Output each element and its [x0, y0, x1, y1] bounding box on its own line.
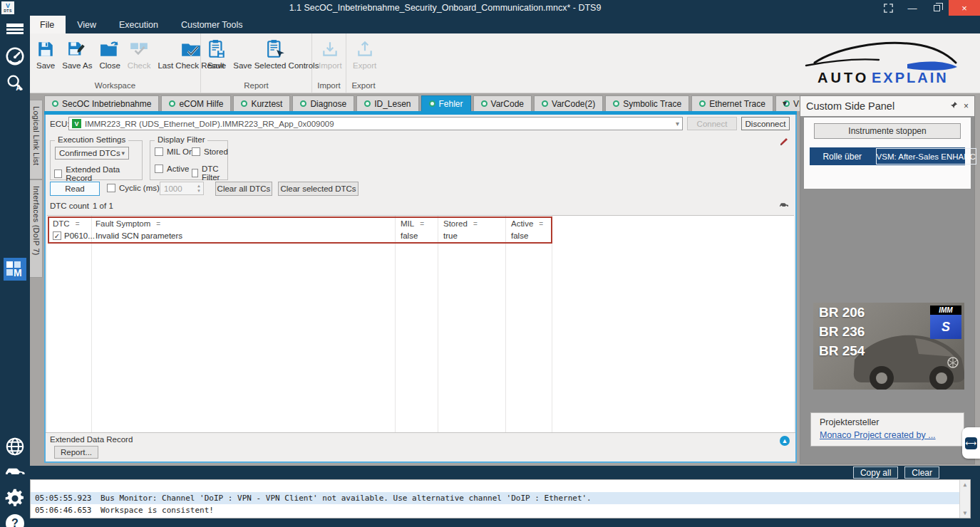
- menu-customer-tools[interactable]: Customer Tools: [170, 16, 254, 33]
- checkbox-label: Active: [167, 165, 189, 173]
- project-creator-box: Projektersteller Monaco Project created …: [810, 412, 964, 447]
- menu-view[interactable]: View: [66, 16, 108, 33]
- ecu-dropdown[interactable]: V IMMR223_RR (UDS_Ethernet_DoIP).IMMR223…: [68, 117, 683, 130]
- disconnect-button[interactable]: Disconnect: [741, 117, 790, 130]
- hamburger-menu-icon[interactable]: [0, 21, 30, 27]
- vertical-tab-logical-link-list[interactable]: Logical Link List: [30, 100, 43, 179]
- read-button[interactable]: Read: [50, 182, 100, 196]
- log-toolbar: Copy all Clear: [30, 466, 980, 479]
- vertical-tab-interfaces-doip[interactable]: Interfaces (DoIP 7): [30, 179, 43, 278]
- bottom-strip: [0, 518, 980, 527]
- tab-label: VarCode(2): [552, 99, 595, 109]
- menu-execution[interactable]: Execution: [108, 16, 170, 33]
- minimize-button[interactable]: —: [900, 0, 924, 16]
- status-dot-icon: [169, 100, 175, 107]
- tab-varcode[interactable]: VarCode: [473, 95, 532, 111]
- table-column-divider: [552, 216, 552, 433]
- tab-label: eCOM Hilfe: [179, 99, 223, 109]
- tab-secoc-inbetriebnahme[interactable]: SecOC Inbetriebnahme: [44, 95, 159, 111]
- tab-label: VarCode: [491, 99, 524, 109]
- tab-label: Symbolic Trace: [623, 99, 681, 109]
- mercedes-app-tile-icon[interactable]: M: [0, 258, 30, 281]
- car-icon[interactable]: [0, 463, 30, 479]
- table-column-divider: [505, 216, 506, 433]
- role-value-button[interactable]: VSM: After-Sales ENHANC: [876, 148, 976, 165]
- tab-ethernet-trace[interactable]: Ethernet Trace: [691, 95, 773, 111]
- pencil-icon[interactable]: [780, 137, 788, 148]
- fehler-panel: ECU: V IMMR223_RR (UDS_Ethernet_DoIP).IM…: [44, 115, 797, 463]
- settings-gear-icon[interactable]: [0, 487, 30, 510]
- extended-data-record-section: Extended Data Record Report... ▲: [46, 432, 795, 461]
- copy-all-button[interactable]: Copy all: [853, 466, 898, 479]
- status-dot-icon: [300, 100, 306, 107]
- side-panel-top-section: Instrumente stoppen Rolle über VSM: Afte…: [804, 118, 971, 189]
- cyclic-checkbox[interactable]: Cyclic (ms): [107, 184, 160, 192]
- group-title: Execution Settings: [55, 135, 128, 144]
- ribbon-group-label: Report: [204, 80, 309, 93]
- workspace-close-button[interactable]: Close: [96, 35, 123, 72]
- tab-symbolic-trace[interactable]: Symbolic Trace: [605, 95, 689, 111]
- tab-ecom-hilfe[interactable]: eCOM Hilfe: [161, 95, 231, 111]
- table-tools-icon[interactable]: [779, 200, 788, 210]
- role-label: Rolle über: [810, 147, 875, 165]
- active-checkbox[interactable]: Active: [155, 165, 189, 173]
- extended-data-record-checkbox[interactable]: Extended Data Record: [54, 165, 142, 182]
- pin-icon[interactable]: [950, 101, 958, 111]
- clear-log-button[interactable]: Clear: [904, 466, 939, 479]
- scroll-down-icon[interactable]: ▼: [964, 510, 967, 516]
- tab-id-lesen[interactable]: ID_Lesen: [356, 95, 418, 111]
- close-button[interactable]: ×: [949, 0, 980, 16]
- dtc-filter-checkbox[interactable]: DTC Filter: [192, 165, 227, 182]
- remote-support-tab[interactable]: ⟷: [962, 427, 980, 459]
- status-dot-icon: [613, 100, 619, 107]
- report-button[interactable]: Report...: [54, 446, 98, 459]
- status-dot-icon: [364, 100, 371, 107]
- floppy-edit-icon: [67, 37, 87, 61]
- message-log: 05:05:55.923 Bus Monitor: Channel 'DoIP …: [30, 479, 971, 518]
- clear-selected-dtcs-button[interactable]: Clear selected DTCs: [278, 182, 359, 196]
- globe-icon[interactable]: [0, 436, 30, 457]
- dtc-type-dropdown[interactable]: Confirmed DTCs ▾: [55, 147, 129, 160]
- project-creator-link[interactable]: Monaco Project created by ...: [820, 430, 936, 440]
- close-panel-icon[interactable]: ×: [964, 101, 969, 111]
- mil-on-checkbox[interactable]: MIL On: [155, 147, 193, 156]
- report-save-selected-controls-button[interactable]: Save Selected Controls: [229, 35, 322, 72]
- scroll-up-icon[interactable]: ▲: [964, 481, 967, 488]
- checkbox-label: DTC Filter: [202, 165, 227, 182]
- log-scrollbar[interactable]: ▲ ▼: [959, 480, 970, 518]
- workspace-save-button[interactable]: Save: [33, 35, 58, 72]
- help-icon[interactable]: ?: [0, 514, 30, 527]
- tab-label: Fehler: [439, 99, 463, 109]
- clear-all-dtcs-button[interactable]: Clear all DTCs: [215, 182, 272, 196]
- checkbox-label: Stored: [204, 147, 228, 156]
- dashboard-gauge-icon[interactable]: [0, 46, 30, 67]
- fullscreen-button[interactable]: [876, 0, 900, 16]
- search-analyze-icon[interactable]: A: [0, 73, 30, 93]
- chevron-down-icon: ▾: [121, 150, 125, 157]
- side-panel-header: Custom Side Panel ×: [800, 96, 974, 116]
- menu-bar: File View Execution Customer Tools: [0, 16, 980, 33]
- status-dot-icon: [52, 100, 58, 107]
- instrumente-stoppen-button[interactable]: Instrumente stoppen: [814, 123, 961, 139]
- role-bar: Rolle über VSM: After-Sales ENHANC: [810, 147, 965, 165]
- tab-overflow-dropdown-icon[interactable]: ▾: [783, 98, 787, 108]
- svg-text:AUTO: AUTO: [817, 70, 869, 85]
- collapse-icon[interactable]: ▲: [780, 436, 790, 446]
- workspace-save-as-button[interactable]: Save As: [58, 35, 96, 72]
- ribbon-group-import: Import Import: [312, 33, 346, 93]
- stored-checkbox[interactable]: Stored: [192, 147, 228, 156]
- tab-label: Ethernet Trace: [709, 99, 765, 109]
- restore-button[interactable]: [924, 0, 949, 16]
- tab-kurztest[interactable]: Kurztest: [233, 95, 290, 111]
- tab-varcode2[interactable]: VarCode(2): [534, 95, 603, 111]
- double-check-icon: [129, 37, 149, 61]
- svg-text:A: A: [16, 83, 21, 92]
- log-entry[interactable]: 05:06:46.653 Workspace is consistent!: [31, 504, 970, 516]
- menu-file[interactable]: File: [29, 16, 66, 33]
- tab-diagnose[interactable]: Diagnose: [292, 95, 354, 111]
- tab-fehler[interactable]: Fehler: [421, 95, 471, 111]
- imm-badge: IMM S: [930, 306, 961, 339]
- checkbox-box: [192, 147, 200, 156]
- log-entry[interactable]: 05:05:55.923 Bus Monitor: Channel 'DoIP …: [31, 492, 970, 504]
- report-save-button[interactable]: Save: [204, 35, 229, 72]
